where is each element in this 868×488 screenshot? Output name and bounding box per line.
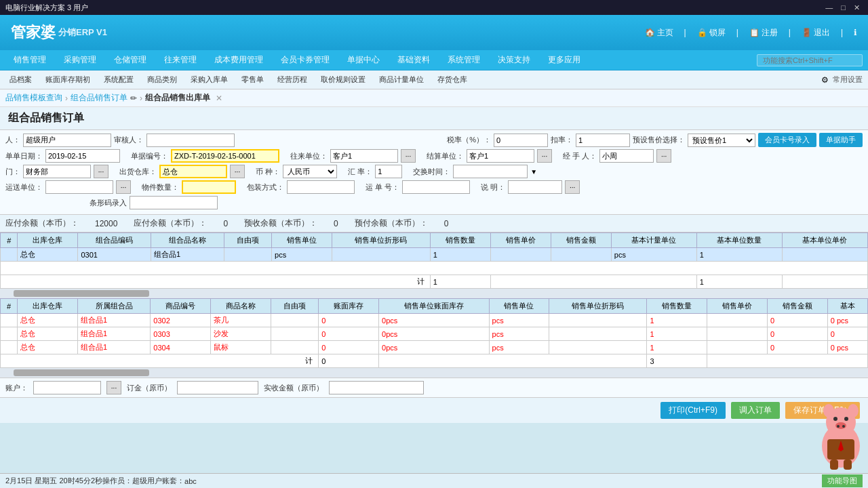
close-button[interactable]: ✕ bbox=[851, 3, 863, 12]
price-select[interactable]: 预设售价1 bbox=[688, 134, 755, 147]
barcode-input[interactable] bbox=[130, 196, 218, 209]
status-bar: 2月15日 星期五 20时45分2秒 操作员： 超级用户 账套： abc 功能导… bbox=[0, 473, 868, 488]
dept-label: 门： bbox=[5, 167, 20, 177]
main-table-row[interactable]: 总仓 0301 组合品1 pcs 1 pcs 1 bbox=[1, 248, 868, 262]
nav-basic[interactable]: 基础资料 bbox=[389, 52, 438, 68]
nav-decision[interactable]: 决策支持 bbox=[490, 52, 538, 68]
nav-sales[interactable]: 销售管理 bbox=[5, 52, 54, 68]
settle-unit-btn[interactable]: ··· bbox=[537, 149, 552, 163]
svg-point-2 bbox=[823, 404, 834, 418]
main-th-warehouse: 出库仓库 bbox=[18, 233, 78, 248]
nav-system[interactable]: 系统管理 bbox=[439, 52, 488, 68]
approver-label: 审核人： bbox=[114, 135, 144, 145]
dept-btn[interactable]: ··· bbox=[94, 165, 108, 178]
account-label: 账户： bbox=[5, 383, 28, 393]
warehouse-label: 出货仓库： bbox=[119, 167, 157, 177]
settle-unit-input[interactable] bbox=[467, 149, 534, 163]
subnav-stock[interactable]: 存货仓库 bbox=[433, 73, 471, 86]
cell-code: 0301 bbox=[78, 248, 151, 262]
logout-link[interactable]: 🚪 退出 bbox=[802, 27, 830, 39]
nav-more[interactable]: 更多应用 bbox=[540, 52, 589, 68]
receivable-value: 0 bbox=[223, 219, 228, 228]
handler-btn[interactable]: ··· bbox=[656, 149, 671, 163]
nav-member[interactable]: 会员卡券管理 bbox=[273, 52, 338, 68]
subnav-category[interactable]: 商品类别 bbox=[143, 73, 181, 86]
nav-warehouse[interactable]: 仓储管理 bbox=[106, 52, 155, 68]
warehouse-btn[interactable]: ··· bbox=[230, 165, 245, 178]
subnav-purchase-in[interactable]: 采购入库单 bbox=[186, 73, 232, 86]
detail-th-sale-stock: 销售单位账面库存 bbox=[379, 299, 490, 314]
cell-warehouse: 总仓 bbox=[18, 248, 78, 262]
remark-btn[interactable]: ··· bbox=[565, 180, 580, 194]
nav-transaction[interactable]: 往来管理 bbox=[156, 52, 205, 68]
remark-input[interactable] bbox=[508, 180, 562, 194]
qty-label: 物件数量： bbox=[142, 182, 179, 192]
detail-table-scrollbar[interactable] bbox=[0, 368, 868, 378]
discount-label: 扣率： bbox=[551, 135, 573, 145]
docnum-input[interactable] bbox=[171, 149, 279, 163]
shipping-unit-input[interactable] bbox=[45, 180, 113, 194]
nav-cost[interactable]: 成本费用管理 bbox=[206, 52, 271, 68]
main-table-scrollbar[interactable] bbox=[0, 289, 868, 298]
nav-search-input[interactable] bbox=[757, 54, 863, 66]
subnav-account-init[interactable]: 账面库存期初 bbox=[41, 73, 94, 86]
subnav-config[interactable]: 系统配置 bbox=[100, 73, 138, 86]
register-link[interactable]: 📋 注册 bbox=[749, 27, 778, 39]
exchange-input[interactable] bbox=[375, 165, 402, 178]
cell-free bbox=[224, 248, 272, 262]
operator-input[interactable] bbox=[23, 134, 111, 147]
account-input[interactable] bbox=[33, 381, 101, 394]
shipping-unit-label: 运送单位： bbox=[5, 182, 43, 192]
subnav-retail[interactable]: 零售单 bbox=[237, 73, 268, 86]
main-table-container: # 出库仓库 组合品编码 组合品名称 自由项 销售单位 销售单位折形码 销售数量… bbox=[0, 232, 868, 289]
help-map-button[interactable]: 功能导图 bbox=[822, 474, 863, 487]
to-unit-input[interactable] bbox=[330, 149, 398, 163]
form-row-5: 条形码录入 bbox=[5, 196, 863, 209]
dept-input[interactable] bbox=[23, 165, 91, 178]
settings-label[interactable]: 常用设置 bbox=[833, 75, 863, 85]
svg-rect-12 bbox=[844, 460, 852, 470]
detail-table-row-3[interactable]: 总仓 组合品1 0304 鼠标 0 0pcs pcs 1 0 0 pcs bbox=[1, 341, 868, 354]
assist-button[interactable]: 单据助手 bbox=[819, 133, 863, 147]
print-button[interactable]: 打印(Ctrl+F9) bbox=[660, 402, 726, 419]
actual-amount-input[interactable] bbox=[329, 381, 424, 394]
approver-input[interactable] bbox=[146, 134, 235, 147]
main-th-sale-unit: 销售单位 bbox=[272, 233, 332, 248]
home-link[interactable]: 🏠 主页 bbox=[645, 27, 673, 39]
subnav-unit[interactable]: 商品计量单位 bbox=[375, 73, 428, 86]
breadcrumb-item-2[interactable]: 组合品销售订单 bbox=[71, 92, 127, 104]
package-input[interactable] bbox=[287, 180, 355, 194]
breadcrumb-close-icon[interactable]: ✕ bbox=[216, 94, 222, 103]
handler-input[interactable] bbox=[599, 149, 654, 163]
subnav-product[interactable]: 品档案 bbox=[5, 73, 36, 86]
import-button[interactable]: 调入订单 bbox=[731, 402, 780, 419]
subnav-history[interactable]: 经营历程 bbox=[273, 73, 311, 86]
order-amount-input[interactable] bbox=[177, 381, 258, 394]
detail-table-row-2[interactable]: 总仓 组合品1 0303 沙发 0 0pcs pcs 1 0 0 bbox=[1, 327, 868, 341]
to-unit-btn[interactable]: ··· bbox=[401, 149, 416, 163]
minimize-button[interactable]: — bbox=[823, 3, 835, 12]
detail-th-num: # bbox=[1, 299, 18, 314]
delivery-input[interactable] bbox=[402, 180, 470, 194]
maximize-button[interactable]: □ bbox=[838, 3, 848, 12]
form-row-3: 门： ··· 出货仓库： ··· 币 种： 人民币 汇 率： 交换时间： ▼ bbox=[5, 165, 863, 178]
nav-voucher[interactable]: 单据中心 bbox=[339, 52, 388, 68]
trans-time-input[interactable] bbox=[453, 165, 528, 178]
date-input[interactable] bbox=[45, 149, 120, 163]
tax-rate-input[interactable] bbox=[494, 134, 548, 147]
main-th-code: 组合品编码 bbox=[78, 233, 151, 248]
shipping-unit-btn[interactable]: ··· bbox=[116, 180, 131, 194]
svg-point-8 bbox=[842, 425, 845, 428]
lock-link[interactable]: 🔒 锁屏 bbox=[697, 27, 726, 39]
info-link[interactable]: ℹ bbox=[854, 28, 857, 37]
detail-table-row-1[interactable]: 总仓 组合品1 0302 茶几 0 0pcs pcs 1 0 0 pcs bbox=[1, 314, 868, 327]
breadcrumb-item-1[interactable]: 品销售模板查询 bbox=[5, 92, 62, 104]
subnav-price-rules[interactable]: 取价规则设置 bbox=[317, 73, 370, 86]
qty-input[interactable] bbox=[182, 180, 236, 194]
member-card-button[interactable]: 会员卡号录入 bbox=[758, 133, 816, 147]
account-btn[interactable]: ··· bbox=[106, 381, 121, 394]
discount-input[interactable] bbox=[576, 134, 630, 147]
currency-select[interactable]: 人民币 bbox=[283, 165, 337, 178]
nav-purchase[interactable]: 采购管理 bbox=[56, 52, 104, 68]
warehouse-input[interactable] bbox=[159, 165, 227, 178]
